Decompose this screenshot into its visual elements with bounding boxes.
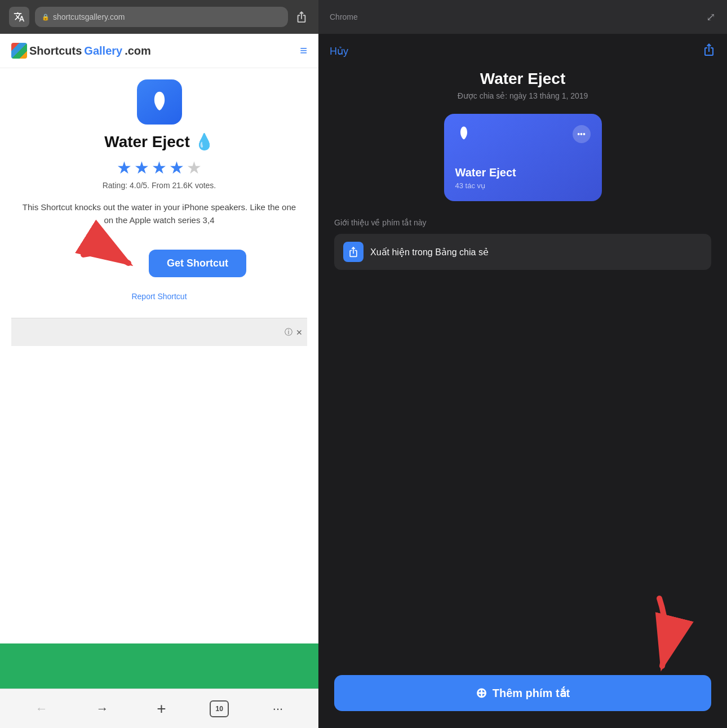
shortcut-card: ••• Water Eject 43 tác vụ [444,114,602,201]
get-shortcut-button[interactable]: Get Shortcut [149,250,246,277]
add-icon: ⊕ [476,685,487,701]
browser-chrome: 🔒 shortcutsgallery.com [0,0,318,34]
app-icon [137,79,182,125]
logo: ShortcutsGallery.com [11,43,151,59]
share-icon-browser[interactable] [294,9,309,25]
logo-domain: .com [125,45,151,57]
share-button-right[interactable] [702,43,716,60]
logo-icon [11,43,27,59]
cancel-button[interactable]: Hủy [330,45,348,57]
card-tasks: 43 tác vụ [455,181,591,190]
translate-icon[interactable] [9,7,29,27]
red-arrow-left [72,243,140,283]
more-button[interactable]: ··· [268,697,287,721]
star-2: ★ [134,158,149,177]
logo-shortcuts: Shortcuts [29,45,82,57]
sheet-title: Water Eject [334,70,711,88]
shared-date: Được chia sẻ: ngày 13 tháng 1, 2019 [334,91,711,100]
lock-icon: 🔒 [42,14,50,21]
card-top: ••• [455,125,591,149]
intro-section: Giới thiệu về phím tắt này Xuất hiện tro… [334,218,711,270]
right-panel: Chrome ⤢ Hủy Water Eject Được chia sẻ: n… [318,0,727,728]
intro-item-text: Xuất hiện trong Bảng chia sẻ [370,247,489,258]
intro-item: Xuất hiện trong Bảng chia sẻ [334,234,711,270]
star-1: ★ [117,158,132,177]
browser-nav: ← → + 10 ··· [0,689,318,728]
star-3: ★ [152,158,167,177]
forward-button[interactable]: → [91,697,113,721]
hamburger-menu[interactable]: ≡ [300,43,307,58]
sheet-header: Hủy [318,34,727,64]
star-5: ★ [187,158,202,177]
add-tab-button[interactable]: + [152,695,170,722]
ad-info-icon[interactable]: ⓘ [285,327,292,338]
share-icon-blue [343,242,364,262]
sheet-content: Water Eject Được chia sẻ: ngày 13 tháng … [318,64,727,666]
add-shortcut-button[interactable]: ⊕ Thêm phím tắt [334,675,711,711]
card-name: Water Eject [455,166,591,179]
star-4: ★ [169,158,184,177]
site-content: Water Eject 💧 ★ ★ ★ ★ ★ Rating: 4.0/5. F… [0,68,318,643]
back-button[interactable]: ← [31,697,52,721]
intro-title: Giới thiệu về phím tắt này [334,218,711,227]
url-text: shortcutsgallery.com [53,12,125,21]
star-rating: ★ ★ ★ ★ ★ [117,158,202,177]
app-emoji: 💧 [194,132,214,151]
add-shortcut-label: Thêm phím tắt [493,686,570,700]
rating-text: Rating: 4.0/5. From 21.6K votes. [103,181,216,190]
tabs-count: 10 [215,705,223,713]
site-header: ShortcutsGallery.com ≡ [0,34,318,68]
green-ad-banner [0,643,318,689]
tabs-button[interactable]: 10 [210,700,229,717]
left-panel: 🔒 shortcutsgallery.com ShortcutsGallery.… [0,0,318,728]
expand-icon[interactable]: ⤢ [706,10,716,24]
address-bar[interactable]: 🔒 shortcutsgallery.com [35,7,288,27]
app-title: Water Eject 💧 [104,132,214,151]
app-title-text: Water Eject [104,133,189,151]
bottom-add-area: ⊕ Thêm phím tắt [318,666,727,728]
logo-gallery: Gallery [84,45,122,57]
card-drop-icon [455,125,472,149]
description: This Shortcut knocks out the water in yo… [11,201,307,227]
chrome-label: Chrome [330,12,358,21]
card-more-button[interactable]: ••• [573,125,591,143]
get-shortcut-area: Get Shortcut [72,243,246,283]
ad-close-icon[interactable]: ✕ [296,328,303,337]
right-top-bar: Chrome ⤢ [318,0,727,34]
report-shortcut-link[interactable]: Report Shortcut [131,292,187,301]
ad-bar: ⓘ ✕ [11,318,307,346]
red-arrow-right [626,587,699,672]
